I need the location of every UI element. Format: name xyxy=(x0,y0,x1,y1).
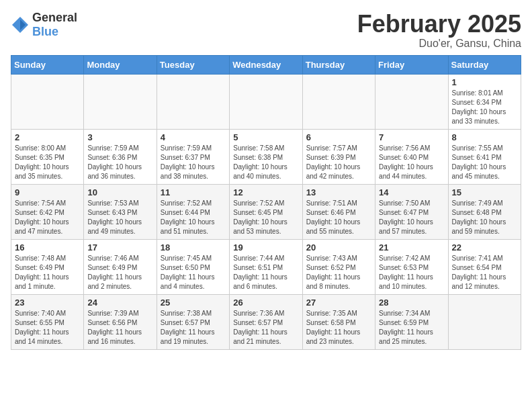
day-number: 8 xyxy=(452,132,517,142)
calendar-cell: 11Sunrise: 7:52 AM Sunset: 6:44 PM Dayli… xyxy=(157,184,229,239)
calendar-cell: 24Sunrise: 7:39 AM Sunset: 6:56 PM Dayli… xyxy=(84,294,157,349)
logo-wordmark: General Blue xyxy=(32,11,77,39)
calendar-cell xyxy=(448,294,521,349)
day-info: Sunrise: 7:39 AM Sunset: 6:56 PM Dayligh… xyxy=(87,309,152,347)
calendar-cell: 2Sunrise: 8:00 AM Sunset: 6:35 PM Daylig… xyxy=(11,129,84,184)
day-number: 9 xyxy=(15,187,80,197)
day-info: Sunrise: 7:54 AM Sunset: 6:42 PM Dayligh… xyxy=(15,199,80,236)
calendar-week-row: 23Sunrise: 7:40 AM Sunset: 6:55 PM Dayli… xyxy=(11,294,521,349)
day-number: 15 xyxy=(452,187,517,197)
calendar-body: 1Sunrise: 8:01 AM Sunset: 6:34 PM Daylig… xyxy=(11,74,521,349)
day-number: 5 xyxy=(233,132,298,142)
calendar-cell: 22Sunrise: 7:41 AM Sunset: 6:54 PM Dayli… xyxy=(448,239,521,294)
calendar-cell: 15Sunrise: 7:49 AM Sunset: 6:48 PM Dayli… xyxy=(448,184,521,239)
weekday-header-sunday: Sunday xyxy=(11,55,84,74)
weekday-header-thursday: Thursday xyxy=(302,55,375,74)
calendar-cell: 3Sunrise: 7:59 AM Sunset: 6:36 PM Daylig… xyxy=(84,129,157,184)
calendar-cell xyxy=(375,74,448,129)
logo-icon xyxy=(11,15,30,34)
day-number: 7 xyxy=(379,132,444,142)
day-info: Sunrise: 7:44 AM Sunset: 6:51 PM Dayligh… xyxy=(233,254,298,291)
day-info: Sunrise: 7:46 AM Sunset: 6:49 PM Dayligh… xyxy=(87,254,152,291)
page-header: General Blue February 2025 Duo'er, Gansu… xyxy=(11,11,521,50)
calendar-subtitle: Duo'er, Gansu, China xyxy=(357,38,521,50)
calendar-cell: 25Sunrise: 7:38 AM Sunset: 6:57 PM Dayli… xyxy=(157,294,229,349)
day-number: 1 xyxy=(452,77,517,87)
day-number: 4 xyxy=(161,132,226,142)
day-info: Sunrise: 7:56 AM Sunset: 6:40 PM Dayligh… xyxy=(379,144,444,181)
calendar-cell: 9Sunrise: 7:54 AM Sunset: 6:42 PM Daylig… xyxy=(11,184,84,239)
day-number: 20 xyxy=(306,242,371,253)
day-info: Sunrise: 7:50 AM Sunset: 6:47 PM Dayligh… xyxy=(379,199,444,236)
calendar-cell: 14Sunrise: 7:50 AM Sunset: 6:47 PM Dayli… xyxy=(375,184,448,239)
day-number: 12 xyxy=(233,187,298,197)
day-number: 28 xyxy=(379,298,444,308)
day-number: 14 xyxy=(379,187,444,197)
day-number: 10 xyxy=(87,187,152,197)
calendar-week-row: 9Sunrise: 7:54 AM Sunset: 6:42 PM Daylig… xyxy=(11,184,521,239)
day-number: 11 xyxy=(161,187,226,197)
day-info: Sunrise: 7:49 AM Sunset: 6:48 PM Dayligh… xyxy=(452,199,517,236)
calendar-week-row: 16Sunrise: 7:48 AM Sunset: 6:49 PM Dayli… xyxy=(11,239,521,294)
day-info: Sunrise: 7:52 AM Sunset: 6:45 PM Dayligh… xyxy=(233,199,298,236)
calendar-cell: 10Sunrise: 7:53 AM Sunset: 6:43 PM Dayli… xyxy=(84,184,157,239)
weekday-header-tuesday: Tuesday xyxy=(157,55,229,74)
day-number: 22 xyxy=(452,242,517,253)
day-number: 16 xyxy=(15,242,80,253)
calendar-cell: 17Sunrise: 7:46 AM Sunset: 6:49 PM Dayli… xyxy=(84,239,157,294)
day-number: 3 xyxy=(87,132,152,142)
day-info: Sunrise: 7:45 AM Sunset: 6:50 PM Dayligh… xyxy=(161,254,226,291)
calendar-cell: 4Sunrise: 7:59 AM Sunset: 6:37 PM Daylig… xyxy=(157,129,229,184)
day-number: 21 xyxy=(379,242,444,253)
weekday-header-wednesday: Wednesday xyxy=(230,55,302,74)
day-info: Sunrise: 7:36 AM Sunset: 6:57 PM Dayligh… xyxy=(233,309,298,347)
calendar-cell: 21Sunrise: 7:42 AM Sunset: 6:53 PM Dayli… xyxy=(375,239,448,294)
day-info: Sunrise: 7:40 AM Sunset: 6:55 PM Dayligh… xyxy=(15,309,80,347)
calendar-cell xyxy=(302,74,375,129)
weekday-header-saturday: Saturday xyxy=(448,55,521,74)
calendar-cell: 18Sunrise: 7:45 AM Sunset: 6:50 PM Dayli… xyxy=(157,239,229,294)
logo-general: General xyxy=(32,11,77,24)
day-number: 24 xyxy=(87,298,152,308)
calendar-cell: 28Sunrise: 7:34 AM Sunset: 6:59 PM Dayli… xyxy=(375,294,448,349)
day-number: 26 xyxy=(233,298,298,308)
day-info: Sunrise: 7:38 AM Sunset: 6:57 PM Dayligh… xyxy=(161,309,226,347)
calendar-cell: 12Sunrise: 7:52 AM Sunset: 6:45 PM Dayli… xyxy=(230,184,302,239)
day-info: Sunrise: 7:59 AM Sunset: 6:36 PM Dayligh… xyxy=(87,144,152,181)
calendar-week-row: 1Sunrise: 8:01 AM Sunset: 6:34 PM Daylig… xyxy=(11,74,521,129)
day-info: Sunrise: 7:52 AM Sunset: 6:44 PM Dayligh… xyxy=(161,199,226,236)
day-info: Sunrise: 7:34 AM Sunset: 6:59 PM Dayligh… xyxy=(379,309,444,347)
calendar-cell: 7Sunrise: 7:56 AM Sunset: 6:40 PM Daylig… xyxy=(375,129,448,184)
day-info: Sunrise: 7:48 AM Sunset: 6:49 PM Dayligh… xyxy=(15,254,80,291)
day-number: 27 xyxy=(306,298,371,308)
calendar-cell: 26Sunrise: 7:36 AM Sunset: 6:57 PM Dayli… xyxy=(230,294,302,349)
calendar-table: SundayMondayTuesdayWednesdayThursdayFrid… xyxy=(11,55,521,350)
day-number: 17 xyxy=(87,242,152,253)
calendar-cell xyxy=(11,74,84,129)
calendar-cell xyxy=(84,74,157,129)
logo-blue: Blue xyxy=(32,25,58,38)
day-info: Sunrise: 7:55 AM Sunset: 6:41 PM Dayligh… xyxy=(452,144,517,181)
day-info: Sunrise: 7:41 AM Sunset: 6:54 PM Dayligh… xyxy=(452,254,517,291)
day-info: Sunrise: 7:43 AM Sunset: 6:52 PM Dayligh… xyxy=(306,254,371,291)
day-number: 18 xyxy=(161,242,226,253)
day-info: Sunrise: 7:58 AM Sunset: 6:38 PM Dayligh… xyxy=(233,144,298,181)
calendar-cell: 8Sunrise: 7:55 AM Sunset: 6:41 PM Daylig… xyxy=(448,129,521,184)
day-number: 6 xyxy=(306,132,371,142)
day-number: 25 xyxy=(161,298,226,308)
day-info: Sunrise: 8:01 AM Sunset: 6:34 PM Dayligh… xyxy=(452,89,517,126)
logo: General Blue xyxy=(11,11,77,39)
day-info: Sunrise: 7:57 AM Sunset: 6:39 PM Dayligh… xyxy=(306,144,371,181)
calendar-cell: 23Sunrise: 7:40 AM Sunset: 6:55 PM Dayli… xyxy=(11,294,84,349)
calendar-cell: 16Sunrise: 7:48 AM Sunset: 6:49 PM Dayli… xyxy=(11,239,84,294)
day-info: Sunrise: 7:59 AM Sunset: 6:37 PM Dayligh… xyxy=(161,144,226,181)
calendar-cell: 19Sunrise: 7:44 AM Sunset: 6:51 PM Dayli… xyxy=(230,239,302,294)
calendar-header-row: SundayMondayTuesdayWednesdayThursdayFrid… xyxy=(11,55,521,74)
calendar-cell xyxy=(230,74,302,129)
day-number: 2 xyxy=(15,132,80,142)
weekday-header-monday: Monday xyxy=(84,55,157,74)
day-number: 19 xyxy=(233,242,298,253)
calendar-cell: 27Sunrise: 7:35 AM Sunset: 6:58 PM Dayli… xyxy=(302,294,375,349)
day-info: Sunrise: 7:53 AM Sunset: 6:43 PM Dayligh… xyxy=(87,199,152,236)
day-info: Sunrise: 7:51 AM Sunset: 6:46 PM Dayligh… xyxy=(306,199,371,236)
